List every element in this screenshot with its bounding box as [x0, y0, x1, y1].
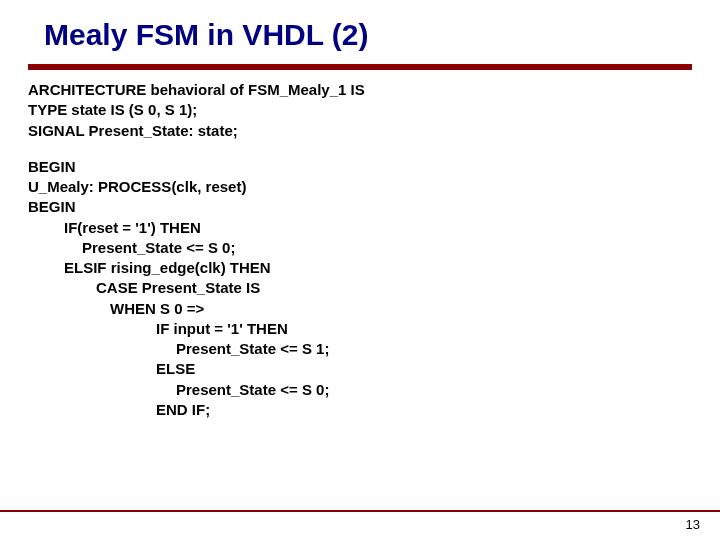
- code-line: END IF;: [28, 400, 692, 420]
- code-line: ELSIF rising_edge(clk) THEN: [28, 258, 692, 278]
- page-number: 13: [686, 517, 700, 532]
- code-line: ARCHITECTURE behavioral of FSM_Mealy_1 I…: [28, 80, 692, 100]
- code-block: ARCHITECTURE behavioral of FSM_Mealy_1 I…: [28, 80, 692, 420]
- code-line: U_Mealy: PROCESS(clk, reset): [28, 177, 692, 197]
- blank-line: [28, 141, 692, 157]
- code-line: WHEN S 0 =>: [28, 299, 692, 319]
- code-line: SIGNAL Present_State: state;: [28, 121, 692, 141]
- code-line: TYPE state IS (S 0, S 1);: [28, 100, 692, 120]
- code-line: IF input = '1' THEN: [28, 319, 692, 339]
- code-line: CASE Present_State IS: [28, 278, 692, 298]
- code-line: BEGIN: [28, 157, 692, 177]
- slide-title: Mealy FSM in VHDL (2): [44, 18, 692, 52]
- code-line: IF(reset = '1') THEN: [28, 218, 692, 238]
- code-line: Present_State <= S 0;: [28, 380, 692, 400]
- code-line: Present_State <= S 1;: [28, 339, 692, 359]
- code-line: Present_State <= S 0;: [28, 238, 692, 258]
- code-line: BEGIN: [28, 197, 692, 217]
- code-line: ELSE: [28, 359, 692, 379]
- title-divider: [28, 64, 692, 70]
- slide-container: Mealy FSM in VHDL (2) ARCHITECTURE behav…: [0, 0, 720, 420]
- footer-divider: [0, 510, 720, 512]
